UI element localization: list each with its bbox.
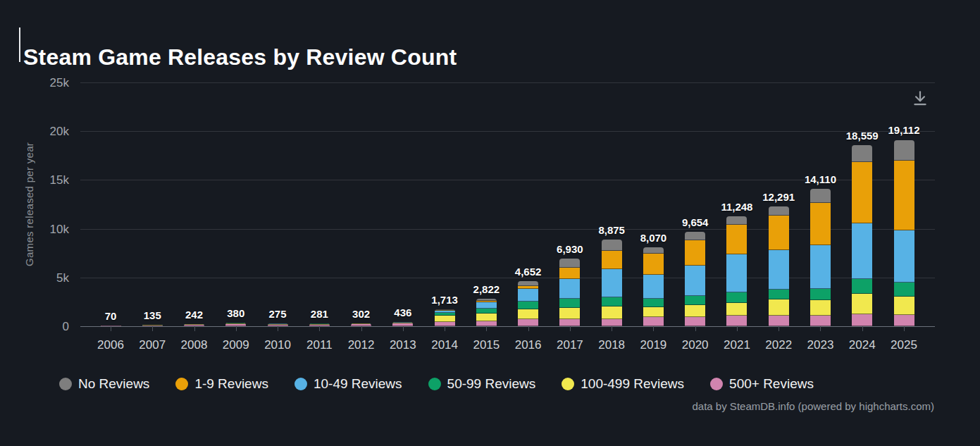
bar-segment-10-49-reviews[interactable] [894, 230, 914, 283]
bar-segment-no-reviews[interactable] [685, 232, 705, 240]
bar-segment-100-499-reviews[interactable] [852, 294, 872, 314]
bar-segment-no-reviews[interactable] [726, 216, 747, 224]
bar-segment-100-499-reviews[interactable] [643, 307, 664, 317]
bar-segment-no-reviews[interactable] [643, 247, 664, 253]
bar-segment-10-49-reviews[interactable] [769, 250, 789, 290]
bar-segment-50-99-reviews[interactable] [685, 296, 705, 305]
bar-segment-no-reviews[interactable] [852, 145, 872, 162]
bar-segment-10-49-reviews[interactable] [726, 254, 747, 292]
bar-group-2020[interactable] [685, 232, 705, 326]
bar-segment-50-99-reviews[interactable] [726, 292, 747, 303]
bar-segment-50-99-reviews[interactable] [852, 279, 872, 294]
bar-segment-10-49-reviews[interactable] [643, 275, 664, 299]
bar-segment-1-9-reviews[interactable] [810, 203, 831, 246]
x-axis-tick [779, 326, 779, 331]
bar-segment-100-499-reviews[interactable] [769, 299, 789, 315]
bar-segment-50-99-reviews[interactable] [476, 309, 497, 314]
legend-label: No Reviews [78, 376, 149, 392]
bar-group-2022[interactable] [769, 206, 789, 326]
bar-segment-10-49-reviews[interactable] [476, 302, 497, 308]
bar-group-2023[interactable] [810, 189, 831, 326]
bar-segment-100-499-reviews[interactable] [602, 306, 622, 319]
bar-segment-500-reviews[interactable] [894, 315, 914, 326]
bar-segment-100-499-reviews[interactable] [435, 316, 455, 322]
bar-segment-100-499-reviews[interactable] [476, 314, 497, 321]
bar-group-2025[interactable] [894, 140, 914, 327]
bar-group-2014[interactable] [435, 309, 455, 326]
legend-item-no-reviews[interactable]: No Reviews [59, 376, 149, 392]
bar-segment-100-499-reviews[interactable] [726, 303, 747, 315]
bar-segment-10-49-reviews[interactable] [559, 279, 580, 299]
bar-segment-1-9-reviews[interactable] [685, 240, 705, 266]
bar-segment-500-reviews[interactable] [852, 314, 872, 326]
bar-segment-1-9-reviews[interactable] [643, 254, 664, 275]
bar-segment-500-reviews[interactable] [559, 319, 580, 326]
bar-segment-100-499-reviews[interactable] [685, 305, 705, 317]
bar-total-label: 4,652 [497, 266, 560, 278]
bar-segment-1-9-reviews[interactable] [726, 225, 747, 254]
bar-total-label: 12,291 [747, 191, 810, 203]
bar-segment-10-49-reviews[interactable] [810, 245, 831, 289]
bar-segment-1-9-reviews[interactable] [559, 268, 580, 279]
bar-segment-100-499-reviews[interactable] [810, 300, 831, 316]
bar-segment-no-reviews[interactable] [518, 281, 538, 286]
bar-group-2018[interactable] [602, 240, 622, 326]
bar-segment-500-reviews[interactable] [518, 319, 538, 326]
legend-label: 100-499 Reviews [581, 376, 684, 392]
legend-marker-icon [710, 378, 723, 390]
bar-segment-100-499-reviews[interactable] [518, 309, 538, 319]
bar-group-2021[interactable] [726, 216, 747, 326]
credits-text[interactable]: data by SteamDB.info (powered by highcha… [693, 400, 935, 412]
bar-segment-500-reviews[interactable] [769, 316, 789, 326]
bar-segment-1-9-reviews[interactable] [852, 162, 872, 223]
bar-segment-1-9-reviews[interactable] [894, 161, 914, 230]
legend-label: 50-99 Reviews [447, 376, 536, 392]
bar-segment-50-99-reviews[interactable] [602, 297, 622, 306]
bar-segment-500-reviews[interactable] [643, 317, 664, 326]
x-axis-tick [445, 326, 445, 331]
legend-marker-icon [59, 378, 72, 390]
bar-segment-no-reviews[interactable] [769, 206, 789, 216]
bar-segment-1-9-reviews[interactable] [602, 251, 622, 268]
legend-item-100-499-reviews[interactable]: 100-499 Reviews [562, 376, 684, 392]
bar-segment-100-499-reviews[interactable] [894, 297, 914, 315]
legend-item-50-99-reviews[interactable]: 50-99 Reviews [428, 376, 536, 392]
bar-segment-10-49-reviews[interactable] [685, 266, 705, 296]
bar-segment-10-49-reviews[interactable] [602, 269, 622, 298]
bar-segment-no-reviews[interactable] [894, 140, 914, 161]
bar-segment-10-49-reviews[interactable] [852, 223, 872, 279]
y-gridline [80, 82, 935, 83]
export-menu-button[interactable] [910, 89, 931, 111]
bar-segment-50-99-reviews[interactable] [769, 290, 789, 299]
bar-segment-50-99-reviews[interactable] [643, 299, 664, 306]
bar-segment-100-499-reviews[interactable] [559, 308, 580, 319]
bar-group-2016[interactable] [518, 281, 538, 326]
bar-segment-500-reviews[interactable] [726, 316, 747, 326]
legend-item-1-9-reviews[interactable]: 1-9 Reviews [175, 376, 268, 392]
bar-segment-50-99-reviews[interactable] [810, 289, 831, 300]
bar-group-2017[interactable] [559, 259, 580, 326]
bar-segment-500-reviews[interactable] [602, 319, 622, 326]
x-axis-tick [403, 326, 404, 331]
legend-item-10-49-reviews[interactable]: 10-49 Reviews [294, 376, 402, 392]
bar-total-label: 8,070 [621, 232, 685, 244]
bar-segment-500-reviews[interactable] [685, 317, 705, 326]
bar-segment-1-9-reviews[interactable] [769, 216, 789, 250]
bar-segment-50-99-reviews[interactable] [559, 299, 580, 308]
bar-segment-no-reviews[interactable] [810, 189, 831, 203]
bar-group-2024[interactable] [852, 145, 872, 326]
bar-segment-500-reviews[interactable] [810, 316, 831, 326]
legend-item-500-reviews[interactable]: 500+ Reviews [710, 376, 814, 392]
bar-segment-10-49-reviews[interactable] [518, 289, 538, 302]
bar-group-2019[interactable] [643, 247, 664, 326]
y-gridline [80, 278, 935, 278]
bar-segment-no-reviews[interactable] [559, 259, 580, 268]
bar-segment-50-99-reviews[interactable] [894, 283, 914, 297]
bar-group-2015[interactable] [476, 299, 497, 326]
legend-marker-icon [294, 378, 307, 390]
bar-segment-500-reviews[interactable] [476, 321, 497, 326]
bar-segment-no-reviews[interactable] [602, 240, 622, 251]
y-axis-title: Games released per year [21, 82, 37, 326]
y-gridline [80, 229, 935, 230]
bar-segment-50-99-reviews[interactable] [518, 302, 538, 309]
